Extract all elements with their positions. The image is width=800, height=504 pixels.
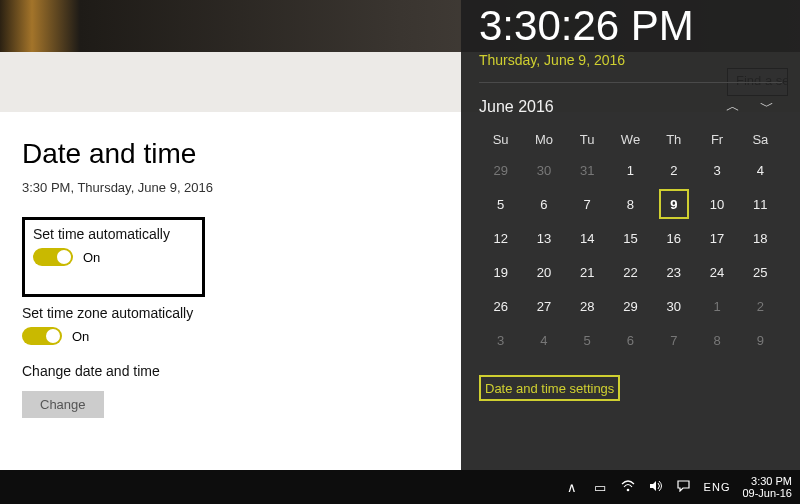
calendar-day[interactable]: 12 xyxy=(479,221,522,255)
change-button[interactable]: Change xyxy=(22,391,104,418)
calendar-day[interactable]: 18 xyxy=(739,221,782,255)
calendar-dow: Fr xyxy=(695,126,738,153)
taskbar-clock[interactable]: 3:30 PM 09-Jun-16 xyxy=(742,475,792,499)
calendar-day-today[interactable]: 9 xyxy=(652,187,695,221)
calendar-day[interactable]: 10 xyxy=(695,187,738,221)
calendar-day[interactable]: 17 xyxy=(695,221,738,255)
calendar-day[interactable]: 24 xyxy=(695,255,738,289)
calendar-day[interactable]: 29 xyxy=(479,153,522,187)
calendar-day[interactable]: 1 xyxy=(609,153,652,187)
calendar-day[interactable]: 9 xyxy=(739,323,782,357)
system-tray: ∧ ▭ ENG xyxy=(564,480,731,495)
calendar-day[interactable]: 25 xyxy=(739,255,782,289)
calendar-day[interactable]: 13 xyxy=(522,221,565,255)
calendar-day[interactable]: 31 xyxy=(566,153,609,187)
calendar-dow: Sa xyxy=(739,126,782,153)
calendar-dow: Mo xyxy=(522,126,565,153)
calendar-dow: Th xyxy=(652,126,695,153)
flyout-clock: 3:30:26 PM xyxy=(479,0,782,50)
date-time-settings-link[interactable]: Date and time settings xyxy=(485,381,614,396)
taskbar-time: 3:30 PM xyxy=(742,475,792,487)
calendar-day[interactable]: 16 xyxy=(652,221,695,255)
calendar-next-icon[interactable]: ﹀ xyxy=(752,94,782,118)
set-time-auto-label: Set time automatically xyxy=(33,226,170,242)
calendar-day[interactable]: 5 xyxy=(566,323,609,357)
calendar-day[interactable]: 22 xyxy=(609,255,652,289)
action-center-icon[interactable] xyxy=(676,480,692,495)
calendar-prev-icon[interactable]: ︿ xyxy=(718,94,748,118)
calendar-day[interactable]: 6 xyxy=(609,323,652,357)
calendar-day[interactable]: 6 xyxy=(522,187,565,221)
clock-calendar-flyout: 3:30:26 PM Thursday, June 9, 2016 June 2… xyxy=(461,0,800,470)
calendar-dow: We xyxy=(609,126,652,153)
calendar-month-label[interactable]: June 2016 xyxy=(479,98,554,116)
set-tz-auto-toggle[interactable] xyxy=(22,327,62,345)
calendar-day[interactable]: 26 xyxy=(479,289,522,323)
calendar-grid: SuMoTuWeThFrSa 2930311234567891011121314… xyxy=(479,126,782,357)
calendar-day[interactable]: 23 xyxy=(652,255,695,289)
calendar-day[interactable]: 5 xyxy=(479,187,522,221)
flyout-date: Thursday, June 9, 2016 xyxy=(479,52,782,83)
wifi-icon[interactable] xyxy=(620,480,636,495)
calendar-day[interactable]: 14 xyxy=(566,221,609,255)
calendar-day[interactable]: 8 xyxy=(695,323,738,357)
set-time-auto-state: On xyxy=(83,250,100,265)
calendar-day[interactable]: 3 xyxy=(479,323,522,357)
battery-icon[interactable]: ▭ xyxy=(592,480,608,495)
calendar-day[interactable]: 30 xyxy=(522,153,565,187)
calendar-day[interactable]: 8 xyxy=(609,187,652,221)
calendar-day[interactable]: 11 xyxy=(739,187,782,221)
calendar-day[interactable]: 4 xyxy=(739,153,782,187)
calendar-day[interactable]: 4 xyxy=(522,323,565,357)
calendar-day[interactable]: 29 xyxy=(609,289,652,323)
highlight-date-time-settings-link: Date and time settings xyxy=(479,375,620,401)
highlight-set-time-auto: Set time automatically On xyxy=(22,217,205,297)
calendar-day[interactable]: 27 xyxy=(522,289,565,323)
calendar-day[interactable]: 20 xyxy=(522,255,565,289)
svg-point-0 xyxy=(626,488,629,491)
calendar-day[interactable]: 21 xyxy=(566,255,609,289)
set-time-auto-toggle[interactable] xyxy=(33,248,73,266)
calendar-day[interactable]: 30 xyxy=(652,289,695,323)
calendar-day[interactable]: 3 xyxy=(695,153,738,187)
taskbar[interactable]: ∧ ▭ ENG 3:30 PM 09-Jun-16 xyxy=(0,470,800,504)
calendar-day[interactable]: 28 xyxy=(566,289,609,323)
calendar-day[interactable]: 7 xyxy=(652,323,695,357)
language-indicator[interactable]: ENG xyxy=(704,481,731,493)
tray-overflow-icon[interactable]: ∧ xyxy=(564,480,580,495)
set-tz-auto-state: On xyxy=(72,329,89,344)
calendar-dow: Su xyxy=(479,126,522,153)
calendar-day[interactable]: 15 xyxy=(609,221,652,255)
calendar-day[interactable]: 2 xyxy=(739,289,782,323)
calendar-day[interactable]: 19 xyxy=(479,255,522,289)
volume-icon[interactable] xyxy=(648,480,664,495)
taskbar-date: 09-Jun-16 xyxy=(742,487,792,499)
calendar-day[interactable]: 7 xyxy=(566,187,609,221)
calendar-day[interactable]: 2 xyxy=(652,153,695,187)
calendar-dow: Tu xyxy=(566,126,609,153)
calendar-day[interactable]: 1 xyxy=(695,289,738,323)
